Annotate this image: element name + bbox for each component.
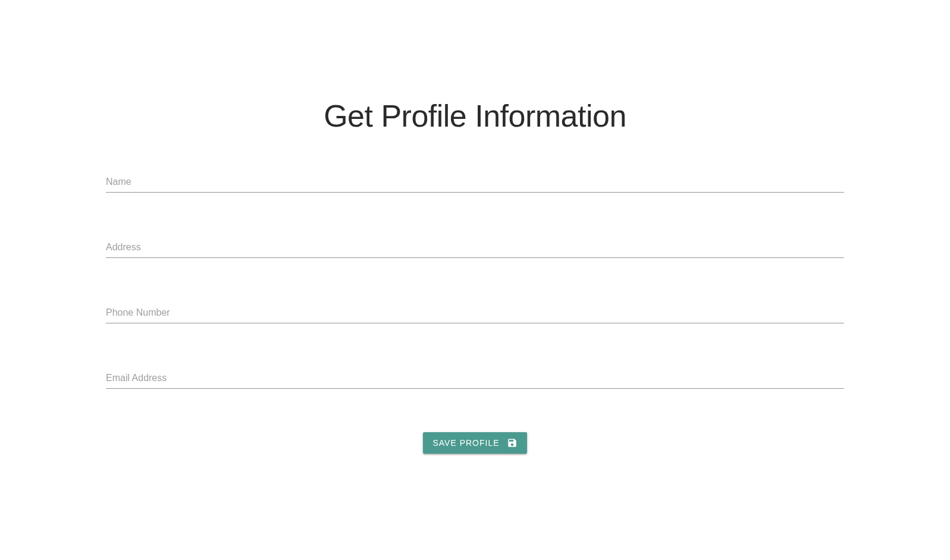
button-container: SAVE PROFILE: [106, 432, 844, 454]
email-input[interactable]: [106, 367, 844, 389]
save-button-label: SAVE PROFILE: [432, 438, 499, 448]
address-input[interactable]: [106, 236, 844, 258]
save-icon: [507, 438, 518, 448]
save-profile-button[interactable]: SAVE PROFILE: [423, 432, 526, 454]
profile-form-container: Get Profile Information SAVE PROFILE: [0, 0, 950, 454]
name-field-wrapper: [106, 171, 844, 193]
email-field-wrapper: [106, 367, 844, 389]
name-input[interactable]: [106, 171, 844, 193]
phone-input[interactable]: [106, 301, 844, 323]
page-title: Get Profile Information: [106, 98, 844, 134]
phone-field-wrapper: [106, 301, 844, 323]
address-field-wrapper: [106, 236, 844, 258]
